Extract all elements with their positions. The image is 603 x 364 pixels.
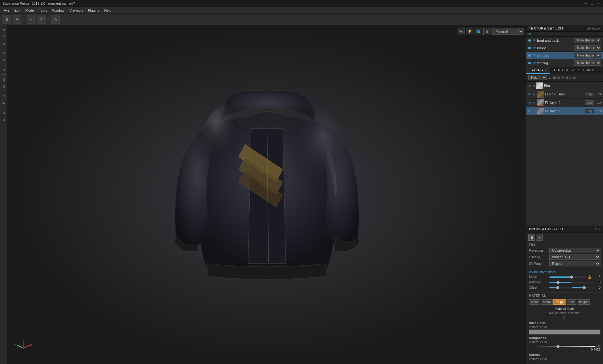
menu-item-mode[interactable]: Mode (23, 8, 37, 13)
mat-btn-height[interactable]: height (577, 299, 590, 305)
pf-close-icon[interactable]: × (599, 228, 600, 231)
base-color-bar[interactable] (529, 329, 600, 335)
layer-row-fill2[interactable]: 👁 ⊞ Fill layer 2 Ldge 100 (526, 99, 603, 107)
tool-9[interactable]: ⊡ (1, 93, 7, 99)
pf-expand-icon[interactable]: ⊡ (595, 228, 597, 231)
camera-button[interactable]: 📷 (457, 28, 464, 35)
layers-add-paint-icon[interactable]: 🖌 (548, 76, 551, 80)
eye-sleeves[interactable]: 👁 (533, 54, 536, 57)
layer-eye-fill1[interactable]: 👁 (528, 110, 531, 113)
shader-drop-inside[interactable]: Main shader (574, 45, 601, 51)
mat-btn-color[interactable]: color (529, 299, 540, 305)
scale-slider[interactable] (549, 276, 586, 278)
menu-item-edit[interactable]: Edit (12, 8, 23, 13)
env-button[interactable]: 🌐 (475, 28, 482, 35)
layer-close-blur[interactable]: × (600, 84, 602, 87)
light-button[interactable]: 💡 (466, 28, 473, 35)
pf-tab-mask[interactable]: ◉ (536, 234, 543, 241)
tool-3[interactable]: ⊕ (1, 40, 7, 46)
tool-10[interactable]: ◉ (1, 100, 7, 106)
layer-blend-fill1[interactable]: Ldge (585, 109, 594, 113)
uv-transform-toggle[interactable]: UV transformations (529, 270, 600, 274)
tsl-eye-icon[interactable]: 👁 (528, 32, 531, 36)
mat-btn-rough[interactable]: rough (553, 299, 566, 305)
eye-zigzag[interactable]: 👁 (533, 61, 536, 65)
material-mode-dropdown[interactable]: Material (492, 28, 524, 35)
tool-4[interactable]: ⊘ (1, 50, 7, 56)
layers-instance-icon[interactable]: ⎘ (569, 76, 572, 80)
menu-item-tools[interactable]: Tools (36, 8, 50, 13)
layers-effect-icon[interactable]: ✦ (561, 76, 564, 80)
layers-delete-icon[interactable]: 🗑 (573, 76, 576, 80)
roughness-slider-thumb[interactable] (557, 345, 560, 348)
eye-inside[interactable]: 👁 (533, 46, 536, 50)
tsl-row-front-back[interactable]: 👁 front and back Main shader (526, 37, 603, 44)
tool-1[interactable]: ◈ (1, 26, 7, 33)
mat-btn-nrm[interactable]: nrm (567, 299, 576, 305)
tool-6[interactable]: ⊛ (1, 67, 7, 73)
layers-tab-close[interactable]: × (545, 69, 547, 72)
snapshot-button[interactable]: ⊞ (483, 28, 491, 35)
base-color-label: Base Color (529, 321, 600, 325)
layer-row-fill1[interactable]: 👁 ⊞ Fill layer 1 Ldge 100 (526, 107, 603, 115)
window-controls[interactable]: ─ □ × (584, 1, 600, 6)
reset-button[interactable]: ◎ (51, 15, 60, 24)
tool-2[interactable]: ✎ (1, 33, 7, 40)
layers-group-icon[interactable]: ⊞ (565, 76, 568, 80)
layer-eye-fill2[interactable]: 👁 (528, 101, 531, 104)
tab-texture-set-settings[interactable]: TEXTURE SET SETTINGS (550, 67, 599, 74)
menu-item-help[interactable]: Help (102, 8, 114, 13)
tool-7[interactable]: ⊟ (1, 76, 7, 83)
channel-dropdown[interactable]: Height (528, 75, 547, 80)
eye-front-back[interactable]: 👁 (533, 39, 536, 42)
layer-eye-blur[interactable]: 👁 (528, 84, 531, 88)
offset-slider-2[interactable] (572, 287, 593, 288)
tool-12[interactable]: ⊗ (1, 116, 7, 123)
tsl-name-sleeves: sleeves (537, 54, 573, 57)
tsl-settings-button[interactable]: Settings ▾ (587, 27, 600, 30)
rotate-button[interactable]: ↺ (37, 15, 46, 24)
mat-btn-metal[interactable]: metal (541, 299, 553, 305)
tsl-row-sleeves[interactable]: 👁 sleeves Main shader (526, 52, 603, 59)
shader-drop-zigzag[interactable]: Main shader (574, 60, 601, 66)
layers-add-fill-icon[interactable]: ▦ (553, 76, 556, 80)
tab-layers[interactable]: LAYERS × (526, 67, 550, 74)
roughness-slider[interactable] (529, 346, 595, 347)
layer-row-leather[interactable]: 👁 ⊞ Leather Base Ldge 100 (526, 90, 603, 99)
tsl-row-inside[interactable]: 👁 inside Main shader (526, 44, 603, 52)
shader-drop-sleeves[interactable]: Main shader (574, 53, 601, 58)
filtering-dropdown[interactable]: Bilinear | HQ (549, 254, 600, 260)
layer-blend-fill2[interactable]: Ldge (585, 100, 594, 105)
viewport[interactable]: 📷 💡 🌐 ⊞ Material X Y Z (8, 25, 526, 364)
menu-item-plugins[interactable]: Plugins (85, 8, 102, 13)
rotation-slider[interactable] (549, 282, 593, 283)
tsl-row-zigzag[interactable]: 👁 zig zag Main shader (526, 59, 603, 67)
menu-item-window[interactable]: Window (50, 8, 67, 13)
tool-11[interactable]: ⊕ (1, 110, 7, 116)
offset-slider-1-thumb[interactable] (556, 286, 559, 289)
grid-view-button[interactable]: ⊞ (3, 15, 11, 24)
tool-5[interactable]: ⊙ (1, 57, 7, 63)
menu-item-viewport[interactable]: Viewport (67, 8, 85, 13)
menu-item-file[interactable]: File (1, 8, 12, 13)
roughness-expand-icon[interactable]: ⊡ (598, 345, 600, 348)
layer-row-blur[interactable]: 👁 ⚙ Blur × (526, 82, 603, 90)
maximize-button[interactable]: □ (590, 1, 594, 6)
shader-drop-front-back[interactable]: Main shader (574, 38, 601, 43)
layer-blend-leather[interactable]: Ldge (585, 92, 594, 96)
transform-button[interactable]: ↔ (27, 15, 35, 24)
scale-lock-icon[interactable]: 🔒 (588, 275, 591, 279)
minimize-button[interactable]: ─ (584, 1, 588, 6)
rotation-slider-thumb[interactable] (557, 281, 560, 284)
layers-mask-icon[interactable]: ⊘ (557, 76, 560, 80)
tool-8[interactable]: ⊠ (1, 83, 7, 89)
uv-wrap-dropdown[interactable]: Repeat (549, 261, 600, 266)
scale-slider-thumb[interactable] (570, 276, 573, 279)
layer-eye-leather[interactable]: 👁 (528, 93, 531, 96)
projection-dropdown[interactable]: UV projection (549, 248, 600, 253)
list-view-button[interactable]: ≡ (13, 15, 21, 24)
pf-tab-fill[interactable]: ▦ (528, 234, 535, 241)
offset-slider-2-thumb[interactable] (583, 286, 586, 289)
offset-slider-1[interactable] (549, 287, 570, 288)
close-button[interactable]: × (596, 1, 600, 6)
